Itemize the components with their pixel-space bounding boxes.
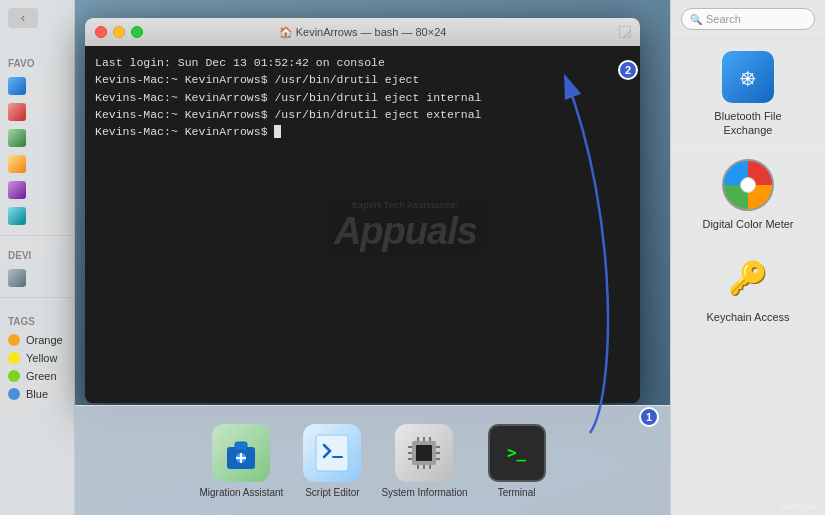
- maximize-button[interactable]: [131, 26, 143, 38]
- badge-2: 2: [618, 60, 638, 80]
- term-line-3: Kevins-Mac:~ KevinArrows$ /usr/bin/druti…: [95, 106, 630, 123]
- dock-item-migration[interactable]: Migration Assistant: [199, 424, 283, 498]
- finder-sidebar: ‹ Favo Devi Tags Orang: [0, 0, 75, 515]
- terminal-body[interactable]: Last login: Sun Dec 13 01:52:42 on conso…: [85, 46, 640, 403]
- resize-icon: [618, 25, 632, 39]
- tag-yellow-label: Yellow: [26, 352, 57, 364]
- sidebar-item-docs[interactable]: [0, 177, 74, 203]
- utilities-search-bar[interactable]: 🔍 Search: [671, 0, 825, 39]
- yellow-dot: [8, 352, 20, 364]
- bluetooth-icon: ⎈: [722, 51, 774, 103]
- terminal-title: 🏠 KevinArrows — bash — 80×24: [279, 26, 447, 39]
- dock-item-terminal[interactable]: >_ Terminal: [488, 424, 546, 498]
- airdrop-icon: [8, 77, 26, 95]
- dock-terminal-label: Terminal: [498, 487, 536, 498]
- dock-item-script-editor[interactable]: Script Editor: [303, 424, 361, 498]
- apps-icon: [8, 129, 26, 147]
- script-editor-icon: [303, 424, 361, 482]
- blue-dot: [8, 388, 20, 400]
- green-dot: [8, 370, 20, 382]
- color-meter-icon: [722, 159, 774, 211]
- desktop-icon: [8, 155, 26, 173]
- recents-icon: [8, 103, 26, 121]
- search-placeholder: Search: [706, 13, 741, 25]
- sidebar-item-desktop[interactable]: [0, 151, 74, 177]
- back-button[interactable]: ‹: [8, 8, 38, 28]
- sidebar-divider-1: [0, 235, 74, 236]
- dock-migration-label: Migration Assistant: [199, 487, 283, 498]
- tag-orange[interactable]: Orange: [0, 331, 74, 349]
- minimize-button[interactable]: [113, 26, 125, 38]
- utility-keychain-access[interactable]: 🔑 Keychain Access: [671, 240, 825, 333]
- tag-green[interactable]: Green: [0, 367, 74, 385]
- svg-rect-4: [235, 442, 247, 450]
- sidebar-item-recents[interactable]: [0, 99, 74, 125]
- terminal-titlebar: 🏠 KevinArrows — bash — 80×24: [85, 18, 640, 46]
- svg-rect-9: [416, 445, 432, 461]
- chevron-left-icon: ‹: [21, 11, 25, 25]
- utilities-panel: 🔍 Search ⎈ Bluetooth FileExchange Digita…: [670, 0, 825, 515]
- device-icon: [8, 269, 26, 287]
- system-information-icon: [395, 424, 453, 482]
- orange-dot: [8, 334, 20, 346]
- keychain-icon: 🔑: [722, 252, 774, 304]
- downloads-icon: [8, 207, 26, 225]
- tag-blue-label: Blue: [26, 388, 48, 400]
- site-watermark: wxzh.com: [781, 502, 817, 511]
- dock-area: Migration Assistant Script Editor: [75, 405, 670, 515]
- search-icon: 🔍: [690, 14, 702, 25]
- tag-yellow[interactable]: Yellow: [0, 349, 74, 367]
- term-line-4: Kevins-Mac:~ KevinArrows$: [95, 123, 630, 140]
- terminal-dock-icon: >_: [488, 424, 546, 482]
- close-button[interactable]: [95, 26, 107, 38]
- window-controls[interactable]: [95, 26, 143, 38]
- utility-bluetooth-label: Bluetooth FileExchange: [714, 109, 781, 138]
- migration-assistant-icon: [212, 424, 270, 482]
- sidebar-item-apps[interactable]: [0, 125, 74, 151]
- sidebar-item-airdrop[interactable]: [0, 73, 74, 99]
- utility-digital-color-meter[interactable]: Digital Color Meter: [671, 147, 825, 240]
- sidebar-item-device[interactable]: [0, 265, 74, 291]
- svg-rect-6: [316, 435, 348, 471]
- term-line-2: Kevins-Mac:~ KevinArrows$ /usr/bin/druti…: [95, 89, 630, 106]
- tag-orange-label: Orange: [26, 334, 63, 346]
- terminal-title-icon: 🏠: [279, 26, 296, 38]
- dock-script-label: Script Editor: [305, 487, 359, 498]
- utility-color-meter-label: Digital Color Meter: [702, 217, 793, 231]
- terminal-dock-text: >_: [507, 443, 526, 462]
- tag-blue[interactable]: Blue: [0, 385, 74, 403]
- docs-icon: [8, 181, 26, 199]
- terminal-title-text: KevinArrows — bash — 80×24: [296, 26, 447, 38]
- svg-line-1: [623, 30, 631, 38]
- utility-keychain-label: Keychain Access: [706, 310, 789, 324]
- terminal-window[interactable]: 🏠 KevinArrows — bash — 80×24 Last login:…: [85, 18, 640, 403]
- dock-item-system-info[interactable]: System Information: [381, 424, 467, 498]
- term-line-0: Last login: Sun Dec 13 01:52:42 on conso…: [95, 54, 630, 71]
- dock-sysinfo-label: System Information: [381, 487, 467, 498]
- tags-label: Tags: [0, 308, 74, 331]
- terminal-cursor: [274, 125, 281, 138]
- sidebar-item-downloads[interactable]: [0, 203, 74, 229]
- favorites-label: Favo: [0, 50, 74, 73]
- tags-section: Tags Orange Yellow Green Blue: [0, 308, 74, 403]
- sidebar-divider-2: [0, 297, 74, 298]
- tag-green-label: Green: [26, 370, 57, 382]
- devices-label: Devi: [0, 242, 74, 265]
- term-line-1: Kevins-Mac:~ KevinArrows$ /usr/bin/druti…: [95, 71, 630, 88]
- search-box[interactable]: 🔍 Search: [681, 8, 815, 30]
- utility-bluetooth-file-exchange[interactable]: ⎈ Bluetooth FileExchange: [671, 39, 825, 147]
- badge-1: 1: [639, 407, 659, 427]
